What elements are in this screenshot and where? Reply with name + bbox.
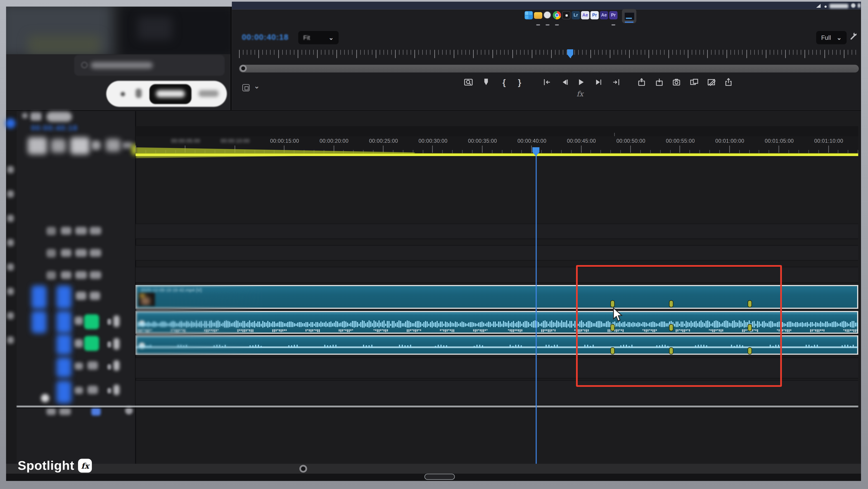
track-select-a2: [57, 334, 71, 355]
dark-utility-icon[interactable]: [562, 11, 570, 20]
ruler-tick: [670, 150, 670, 153]
subscribe-pill[interactable]: [106, 81, 227, 107]
taskbar-strip: [232, 2, 861, 9]
scrub-tick: [848, 50, 848, 55]
windows-taskbar[interactable]: LrAePrAePr: [524, 10, 644, 27]
scrub-tick: [723, 50, 723, 55]
ruler-tick: [759, 150, 759, 153]
scrub-tick: [321, 50, 321, 55]
ruler-label: 00:00:25:00: [369, 138, 398, 144]
hidden-icons[interactable]: [858, 3, 860, 8]
mic-icon: [114, 315, 120, 327]
mic-icon: [114, 385, 120, 395]
scrub-tick: [742, 50, 743, 55]
export-icon[interactable]: [723, 77, 733, 87]
zoom-tools-icon[interactable]: [463, 77, 473, 87]
annotation-rectangle: [576, 265, 782, 387]
ruler-tick: [660, 150, 660, 153]
mark-out-icon[interactable]: }: [515, 77, 524, 87]
play-icon[interactable]: [576, 77, 586, 87]
lift-icon[interactable]: [637, 77, 646, 87]
gear-icon[interactable]: [851, 3, 856, 8]
ruler-tick: [798, 150, 799, 153]
windows-start-icon[interactable]: [524, 11, 533, 20]
comparison-view-icon[interactable]: [689, 77, 699, 87]
chevron-down-icon[interactable]: ⌄: [254, 83, 260, 90]
go-to-in-icon[interactable]: [541, 77, 552, 87]
scrub-tick: [824, 50, 825, 58]
scrub-tick: [247, 50, 247, 55]
screen-capture-active-icon[interactable]: [622, 9, 637, 23]
ruler-label: 00:00:55:00: [666, 138, 695, 144]
quality-select[interactable]: Full ⌄: [816, 31, 847, 44]
scrub-tick: [286, 50, 286, 55]
watermark-fx-label: fx: [81, 461, 89, 470]
transport-controls[interactable]: {}: [232, 77, 861, 89]
network-signal-icon[interactable]: [816, 4, 821, 8]
safe-margins-icon[interactable]: [243, 84, 250, 91]
scrub-tick: [707, 50, 708, 58]
scrub-tick: [637, 50, 637, 55]
track-group-divider[interactable]: [17, 405, 858, 407]
scrub-tick: [813, 50, 813, 55]
monitor-timecode[interactable]: 00:00:40:18: [242, 33, 291, 41]
tool-glow: [5, 119, 16, 128]
multi-view-icon[interactable]: [706, 77, 716, 87]
bell-icon: [135, 88, 142, 98]
scrub-tick: [535, 50, 536, 55]
monitor-scrollbar-handle[interactable]: [240, 65, 247, 72]
add-marker-icon[interactable]: [481, 77, 491, 87]
track-v3[interactable]: [135, 223, 858, 238]
ruler-label: 00:00:20:00: [319, 138, 348, 144]
clock-widget-icon[interactable]: [544, 11, 551, 19]
scrub-tick: [302, 50, 302, 55]
timeline-horizontal-scrollbar[interactable]: [6, 464, 861, 473]
step-back-icon[interactable]: [559, 77, 569, 87]
extract-icon[interactable]: [654, 77, 664, 87]
chrome-icon[interactable]: [553, 11, 561, 20]
ruler-tick: [700, 150, 700, 153]
fx-toggle[interactable]: fx: [577, 90, 583, 98]
scrub-tick: [267, 50, 267, 55]
export-frame-icon[interactable]: [671, 77, 681, 87]
scrub-tick: [773, 50, 774, 55]
settings-wrench-icon[interactable]: [849, 31, 858, 40]
monitor-scrub-ruler[interactable]: [239, 49, 859, 60]
zoom-select[interactable]: Fit ⌄: [298, 31, 339, 44]
scrub-tick: [539, 50, 540, 55]
subscribe-button[interactable]: [150, 84, 191, 104]
scrub-tick: [352, 50, 352, 55]
track-v2[interactable]: [135, 245, 858, 260]
timeline-timecode[interactable]: 00:00:40:18: [31, 124, 78, 132]
file-explorer-icon[interactable]: [534, 12, 542, 19]
ruler-tick: [650, 150, 650, 153]
premiere-pro-icon[interactable]: Pr: [609, 11, 618, 20]
scrub-tick: [715, 50, 715, 55]
scrub-tick: [485, 50, 485, 55]
scrub-tick: [731, 50, 731, 55]
step-forward-icon[interactable]: [593, 77, 603, 87]
scrub-tick: [337, 50, 337, 58]
scrub-tick: [504, 50, 505, 55]
premiere-pro-light-icon[interactable]: Pr: [590, 11, 599, 20]
scrub-tick: [329, 50, 329, 55]
lightroom-icon[interactable]: Lr: [571, 11, 580, 20]
track-toggle: [90, 249, 101, 257]
ruler-tick: [551, 150, 552, 153]
scrollbar-handle[interactable]: [300, 465, 307, 472]
scrub-tick: [493, 50, 493, 58]
ruler-tick: [541, 150, 541, 153]
monitor-scrollbar[interactable]: [239, 65, 859, 72]
window-grip[interactable]: [425, 473, 455, 480]
scrub-tick: [309, 50, 310, 55]
scrub-tick: [672, 50, 673, 55]
go-to-out-icon[interactable]: [611, 77, 621, 87]
search-input[interactable]: [74, 55, 225, 76]
system-tray[interactable]: [813, 2, 860, 9]
scrub-tick: [407, 50, 407, 55]
mark-in-icon[interactable]: {: [499, 77, 509, 87]
search-placeholder-blur: [91, 62, 153, 68]
after-effects-icon[interactable]: Ae: [600, 11, 608, 20]
after-effects-light-icon[interactable]: Ae: [581, 11, 589, 20]
playhead-line[interactable]: [535, 148, 536, 464]
